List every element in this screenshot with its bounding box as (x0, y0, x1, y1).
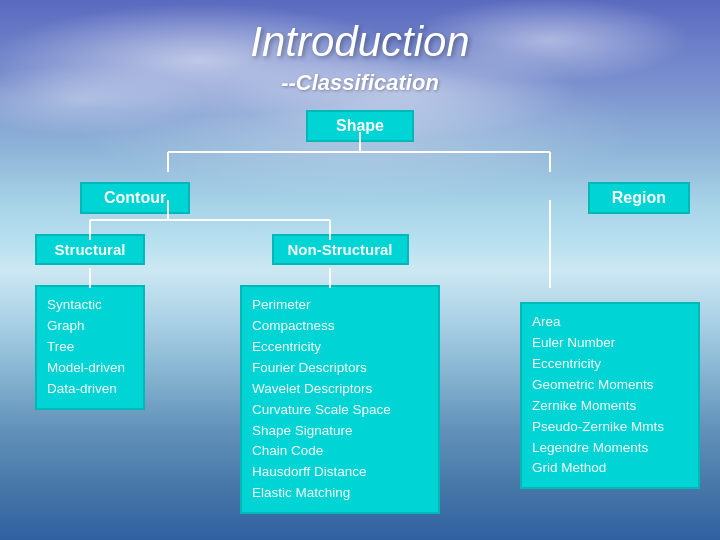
syntactic-item: Graph (47, 316, 133, 337)
syntactic-item: Syntactic (47, 295, 133, 316)
contour-node: Contour (80, 182, 190, 214)
region-content-node: Area Euler Number Eccentricity Geometric… (520, 302, 700, 489)
structural-node: Structural (35, 234, 145, 265)
region-item: Eccentricity (532, 354, 688, 375)
region-item: Euler Number (532, 333, 688, 354)
region-item: Grid Method (532, 458, 688, 479)
ns-item: Compactness (252, 316, 428, 337)
page-subtitle: --Classification (281, 70, 439, 96)
classification-diagram: Shape Contour Region Structural Syntacti… (20, 110, 700, 514)
shape-node: Shape (306, 110, 414, 142)
syntactic-content-node: Syntactic Graph Tree Model-driven Data-d… (35, 285, 145, 410)
nonstructural-node: Non-Structural (272, 234, 409, 265)
syntactic-item: Model-driven (47, 358, 133, 379)
ns-item: Curvature Scale Space (252, 400, 428, 421)
region-item: Pseudo-Zernike Mmts (532, 417, 688, 438)
ns-item: Elastic Matching (252, 483, 428, 504)
ns-item: Chain Code (252, 441, 428, 462)
region-node: Region (588, 182, 690, 214)
ns-item: Wavelet Descriptors (252, 379, 428, 400)
ns-item: Hausdorff Distance (252, 462, 428, 483)
syntactic-item: Data-driven (47, 379, 133, 400)
ns-item: Fourier Descriptors (252, 358, 428, 379)
syntactic-item: Tree (47, 337, 133, 358)
nonstructural-content-node: Perimeter Compactness Eccentricity Fouri… (240, 285, 440, 514)
region-item: Area (532, 312, 688, 333)
ns-item: Shape Signature (252, 421, 428, 442)
ns-item: Eccentricity (252, 337, 428, 358)
region-item: Geometric Moments (532, 375, 688, 396)
page-title: Introduction (250, 18, 469, 66)
region-item: Legendre Moments (532, 438, 688, 459)
region-item: Zernike Moments (532, 396, 688, 417)
ns-item: Perimeter (252, 295, 428, 316)
